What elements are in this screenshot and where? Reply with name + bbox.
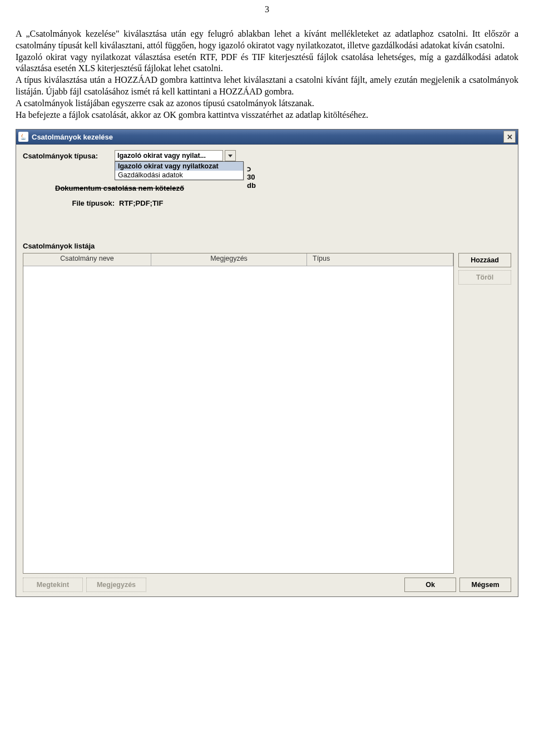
page-number: 3 (0, 4, 534, 14)
list-area: Csatolmány neve Megjegyzés Típus Hozzáad… (16, 253, 518, 579)
paragraph-3: A típus kiválasztása után a HOZZÁAD gomb… (16, 74, 518, 98)
dialog-title: Csatolmányok kezelése (32, 133, 503, 141)
instruction-text: A „Csatolmányok kezelése" kiválasztása u… (0, 28, 534, 121)
form-area: Csatolmányok típusa: ɔ 30 db Igazoló oki… (16, 145, 518, 213)
close-button[interactable]: ✕ (503, 131, 516, 143)
chevron-down-icon (228, 155, 233, 157)
java-icon (18, 132, 28, 142)
underlay-text: Dokumentum csatolása nem kötelező (23, 187, 511, 191)
max-count-peek: ɔ 30 db (247, 165, 256, 190)
delete-button: Töröl (458, 270, 511, 285)
ok-button[interactable]: Ok (404, 578, 456, 592)
attachment-type-label: Csatolmányok típusa: (23, 152, 115, 160)
paragraph-4: A csatolmányok listájában egyszerre csak… (16, 98, 518, 110)
note-button: Megjegyzés (86, 578, 146, 592)
cancel-button[interactable]: Mégsem (459, 578, 511, 592)
attachment-table: Csatolmány neve Megjegyzés Típus (23, 253, 454, 574)
file-types-label: File típusok: (23, 199, 119, 207)
bottom-bar: Megtekint Megjegyzés Ok Mégsem (16, 573, 518, 596)
list-buttons: Hozzáad Töröl (458, 253, 511, 574)
attachment-type-combo[interactable]: ɔ 30 db Igazoló okirat vagy nyilatkozat … (115, 150, 236, 161)
dropdown-option-document[interactable]: Igazoló okirat vagy nyilatkozat (115, 162, 243, 171)
column-type[interactable]: Típus (307, 253, 453, 266)
attachment-type-input[interactable] (115, 150, 223, 161)
add-button[interactable]: Hozzáad (458, 253, 511, 267)
file-types-value: RTF;PDF;TIF (119, 199, 163, 207)
column-note[interactable]: Megjegyzés (151, 253, 307, 266)
combo-dropdown-button[interactable] (225, 150, 236, 161)
paragraph-2: Igazoló okirat vagy nyilatkozat választá… (16, 52, 518, 75)
paragraph-1: A „Csatolmányok kezelése" kiválasztása u… (16, 28, 518, 52)
titlebar: Csatolmányok kezelése ✕ (16, 130, 518, 145)
column-name[interactable]: Csatolmány neve (23, 253, 151, 266)
dropdown-option-economic-data[interactable]: Gazdálkodási adatok (115, 171, 243, 180)
attachment-type-dropdown: Igazoló okirat vagy nyilatkozat Gazdálko… (115, 161, 244, 180)
close-icon: ✕ (507, 133, 513, 141)
attachment-list-label: Csatolmányok listája (16, 242, 518, 250)
view-button: Megtekint (23, 578, 83, 592)
attachments-dialog: Csatolmányok kezelése ✕ Csatolmányok típ… (16, 129, 518, 597)
paragraph-5: Ha befejezte a fájlok csatolását, akkor … (16, 110, 518, 121)
table-header: Csatolmány neve Megjegyzés Típus (23, 253, 453, 266)
